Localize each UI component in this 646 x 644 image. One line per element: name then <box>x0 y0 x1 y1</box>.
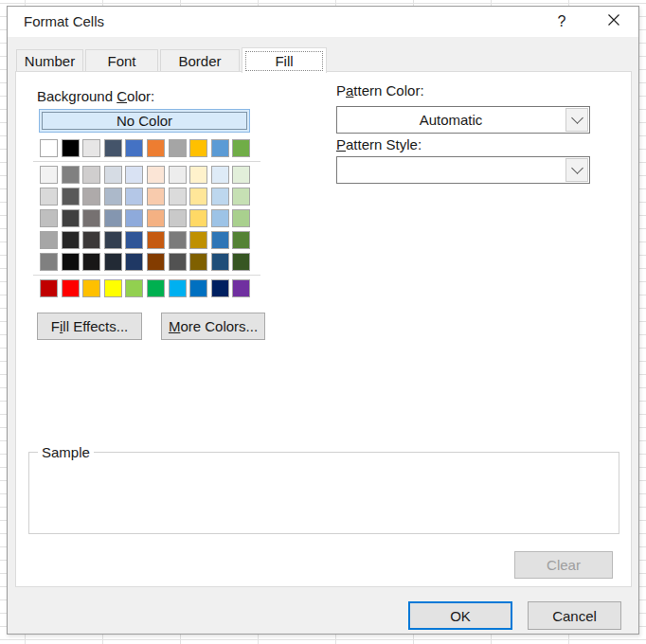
color-swatch[interactable] <box>62 139 80 157</box>
color-swatch[interactable] <box>232 253 250 271</box>
tab-strip: Number Font Border Fill <box>16 47 327 73</box>
color-swatch[interactable] <box>62 209 80 227</box>
close-button[interactable] <box>601 9 626 34</box>
color-swatch[interactable] <box>104 209 122 227</box>
color-swatch[interactable] <box>40 253 58 271</box>
pattern-style-dropdown-button[interactable] <box>565 158 588 182</box>
fill-effects-button[interactable]: Fill Effects... <box>37 313 142 340</box>
tab-fill[interactable]: Fill <box>242 47 327 73</box>
color-swatch[interactable] <box>147 209 165 227</box>
help-button[interactable]: ? <box>549 9 574 34</box>
pattern-style-dropdown[interactable] <box>336 156 590 184</box>
color-swatch[interactable] <box>104 188 122 206</box>
dialog-title: Format Cells <box>24 13 104 29</box>
color-swatch[interactable] <box>147 188 165 206</box>
color-swatch[interactable] <box>211 188 229 206</box>
tab-number[interactable]: Number <box>16 49 83 71</box>
swatch-row <box>40 209 252 227</box>
color-swatch[interactable] <box>147 166 165 184</box>
color-swatch[interactable] <box>211 253 229 271</box>
color-swatch[interactable] <box>125 166 143 184</box>
color-swatch[interactable] <box>189 188 207 206</box>
color-swatch[interactable] <box>169 166 187 184</box>
color-swatch[interactable] <box>104 253 122 271</box>
pattern-style-value <box>337 157 565 183</box>
color-swatch[interactable] <box>211 139 229 157</box>
color-swatch[interactable] <box>232 188 250 206</box>
color-swatch[interactable] <box>169 279 187 297</box>
cancel-button[interactable]: Cancel <box>528 601 621 630</box>
color-swatch[interactable] <box>82 139 100 157</box>
more-colors-label: More Colors... <box>169 318 258 334</box>
color-swatch[interactable] <box>82 231 100 249</box>
color-swatch[interactable] <box>104 279 122 297</box>
color-swatch[interactable] <box>125 209 143 227</box>
color-swatch[interactable] <box>82 188 100 206</box>
ok-button[interactable]: OK <box>408 601 512 630</box>
color-swatch[interactable] <box>125 253 143 271</box>
ok-label: OK <box>450 608 471 624</box>
color-swatch[interactable] <box>82 209 100 227</box>
pattern-color-dropdown-button[interactable] <box>565 108 588 132</box>
color-swatch[interactable] <box>40 279 58 297</box>
color-swatch[interactable] <box>189 209 207 227</box>
sample-group: Sample <box>28 452 619 534</box>
clear-label: Clear <box>547 557 581 573</box>
color-swatch[interactable] <box>40 231 58 249</box>
color-swatch[interactable] <box>125 279 143 297</box>
color-swatch[interactable] <box>169 231 187 249</box>
color-swatch[interactable] <box>211 209 229 227</box>
color-swatch[interactable] <box>232 166 250 184</box>
color-swatch[interactable] <box>104 166 122 184</box>
color-swatch[interactable] <box>189 166 207 184</box>
title-bar: Format Cells ? <box>8 7 638 37</box>
color-swatch[interactable] <box>147 253 165 271</box>
swatch-row <box>40 231 252 249</box>
color-swatch[interactable] <box>147 231 165 249</box>
tab-font[interactable]: Font <box>85 49 158 71</box>
color-swatch[interactable] <box>232 139 250 157</box>
color-swatch[interactable] <box>189 139 207 157</box>
color-swatch[interactable] <box>62 253 80 271</box>
color-swatch[interactable] <box>125 139 143 157</box>
tab-focus-rect: Fill <box>245 51 323 71</box>
palette-divider <box>33 275 260 276</box>
color-swatch[interactable] <box>82 279 100 297</box>
color-swatch[interactable] <box>169 209 187 227</box>
more-colors-button[interactable]: More Colors... <box>161 313 265 340</box>
color-swatch[interactable] <box>169 188 187 206</box>
color-swatch[interactable] <box>189 279 207 297</box>
color-swatch[interactable] <box>82 253 100 271</box>
color-swatch[interactable] <box>232 279 250 297</box>
color-swatch[interactable] <box>169 139 187 157</box>
color-swatch[interactable] <box>104 231 122 249</box>
color-swatch[interactable] <box>211 231 229 249</box>
color-swatch[interactable] <box>62 231 80 249</box>
color-swatch[interactable] <box>169 253 187 271</box>
color-swatch[interactable] <box>232 231 250 249</box>
no-color-button[interactable]: No Color <box>39 109 250 133</box>
color-swatch[interactable] <box>40 139 58 157</box>
color-swatch[interactable] <box>40 209 58 227</box>
color-swatch[interactable] <box>189 253 207 271</box>
color-swatch[interactable] <box>82 166 100 184</box>
color-swatch[interactable] <box>62 279 80 297</box>
color-swatch[interactable] <box>125 188 143 206</box>
color-swatch[interactable] <box>147 279 165 297</box>
color-swatch[interactable] <box>62 188 80 206</box>
color-swatch[interactable] <box>211 166 229 184</box>
color-swatch[interactable] <box>189 231 207 249</box>
color-swatch[interactable] <box>232 209 250 227</box>
color-swatch[interactable] <box>40 188 58 206</box>
color-swatch[interactable] <box>147 139 165 157</box>
color-swatch[interactable] <box>125 231 143 249</box>
swatch-row <box>40 253 252 271</box>
tab-border[interactable]: Border <box>160 49 240 71</box>
clear-button[interactable]: Clear <box>514 551 613 579</box>
cancel-label: Cancel <box>552 608 597 624</box>
color-swatch[interactable] <box>40 166 58 184</box>
color-swatch[interactable] <box>211 279 229 297</box>
color-swatch[interactable] <box>62 166 80 184</box>
color-swatch[interactable] <box>104 139 122 157</box>
pattern-color-dropdown[interactable]: Automatic <box>336 106 590 134</box>
